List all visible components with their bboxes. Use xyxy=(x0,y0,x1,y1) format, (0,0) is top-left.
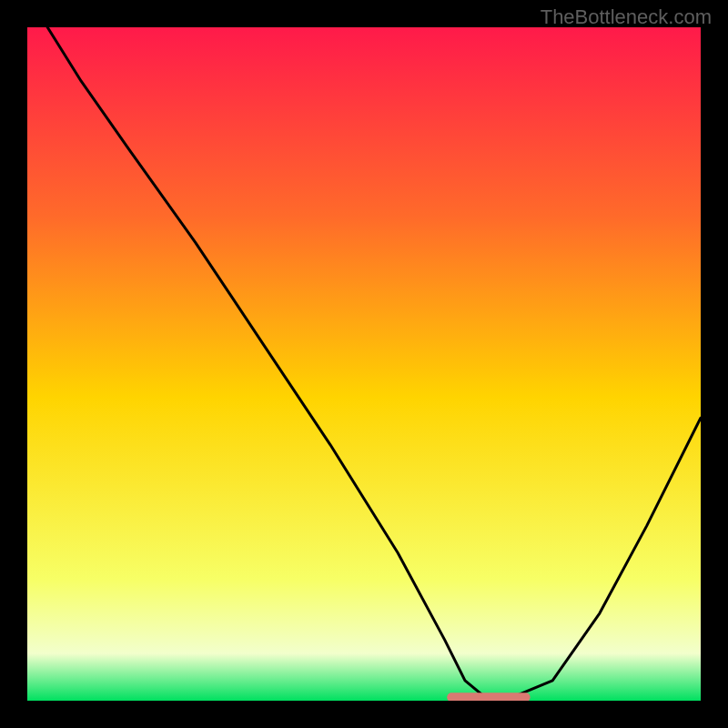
gradient-background xyxy=(27,27,701,701)
bottleneck-chart xyxy=(27,27,701,701)
chart-frame xyxy=(27,27,701,701)
watermark-text: TheBottleneck.com xyxy=(541,5,712,29)
